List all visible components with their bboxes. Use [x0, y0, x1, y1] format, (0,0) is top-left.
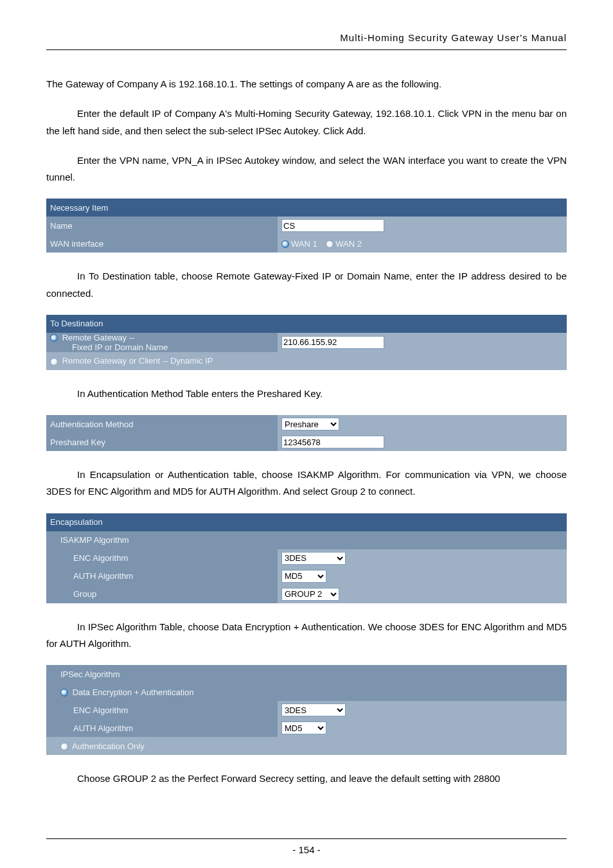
name-label: Name: [46, 217, 278, 235]
name-value-cell: [278, 217, 567, 235]
radio-fixed-ip[interactable]: [50, 334, 58, 342]
paragraph-3: Enter the VPN name, VPN_A in IPSec Autok…: [46, 152, 567, 186]
name-input[interactable]: [281, 219, 384, 232]
paragraph-4: In To Destination table, choose Remote G…: [46, 268, 567, 302]
ipsec-algorithm-table: IPSec Algorithm Data Encryption + Authen…: [46, 665, 567, 755]
ipsec-auth-select[interactable]: MD5: [281, 722, 326, 734]
group-label: Group: [46, 585, 278, 603]
auth-algorithm-cell: MD5: [278, 567, 567, 585]
necessary-item-table: Necessary Item Name WAN interface WAN 1 …: [46, 199, 567, 252]
group-cell: GROUP 2: [278, 585, 567, 603]
table-header: Necessary Item: [46, 199, 567, 217]
auth-method-select[interactable]: Preshare: [281, 418, 339, 430]
preshared-key-label: Preshared Key: [46, 433, 278, 451]
ipsec-enc-cell: 3DES: [278, 701, 567, 719]
paragraph-5: In Authentication Method Table enters th…: [46, 385, 567, 402]
dynamic-ip-text: Remote Gateway or Client -- Dynamic IP: [62, 356, 213, 366]
group-select[interactable]: GROUP 2: [281, 588, 339, 601]
paragraph-7: In IPSec Algorithm Table, choose Data En…: [46, 619, 567, 653]
isakmp-label: ISAKMP Algorithm: [46, 531, 567, 549]
data-enc-auth-text: Data Encryption + Authentication: [73, 687, 194, 697]
remote-gateway-ip-cell: [278, 333, 567, 352]
wan1-label: WAN 1: [291, 239, 317, 249]
ipsec-enc-label: ENC Algorithm: [46, 701, 278, 719]
data-enc-auth-label: Data Encryption + Authentication: [46, 683, 567, 701]
remote-gw-line2: Fixed IP or Domain Name: [50, 342, 168, 352]
preshared-key-input[interactable]: [281, 436, 384, 448]
radio-data-enc-auth[interactable]: [60, 689, 68, 696]
table-header: To Destination: [46, 315, 567, 333]
encapsulation-table: Encapsulation ISAKMP Algorithm ENC Algor…: [46, 513, 567, 603]
paragraph-1: The Gateway of Company A is 192.168.10.1…: [46, 76, 567, 93]
ipsec-auth-label: AUTH Algorithm: [46, 719, 278, 737]
remote-gateway-fixed-label: Remote Gateway -- Fixed IP or Domain Nam…: [46, 333, 278, 352]
ipsec-header: IPSec Algorithm: [46, 665, 567, 683]
remote-gw-line1: Remote Gateway --: [62, 333, 135, 342]
remote-ip-input[interactable]: [281, 336, 384, 349]
ipsec-auth-cell: MD5: [278, 719, 567, 737]
page-footer: - 154 -: [46, 838, 567, 855]
table-header: Encapsulation: [46, 513, 567, 531]
wan-interface-cell: WAN 1 WAN 2: [278, 235, 567, 252]
enc-algorithm-label: ENC Algorithm: [46, 549, 278, 567]
paragraph-8: Choose GROUP 2 as the Perfect Forward Se…: [46, 770, 567, 787]
preshared-key-cell: [278, 433, 567, 451]
auth-method-label: Authentication Method: [46, 415, 278, 433]
to-destination-table: To Destination Remote Gateway -- Fixed I…: [46, 315, 567, 370]
enc-algorithm-select[interactable]: 3DES: [281, 552, 346, 565]
enc-algorithm-cell: 3DES: [278, 549, 567, 567]
auth-only-text: Authentication Only: [72, 741, 145, 751]
auth-method-cell: Preshare: [278, 415, 567, 433]
paragraph-6: In Encapsulation or Authentication table…: [46, 466, 567, 500]
wan2-label: WAN 2: [335, 239, 362, 249]
radio-auth-only[interactable]: [60, 743, 68, 750]
remote-gateway-dynamic-label: Remote Gateway or Client -- Dynamic IP: [46, 352, 567, 370]
ipsec-enc-select[interactable]: 3DES: [281, 704, 346, 716]
auth-method-table: Authentication Method Preshare Preshared…: [46, 415, 567, 451]
auth-algorithm-select[interactable]: MD5: [281, 570, 326, 583]
radio-wan2[interactable]: [326, 240, 333, 248]
page-header: Multi-Homing Security Gateway User's Man…: [46, 32, 567, 50]
wan-interface-label: WAN interface: [46, 235, 278, 252]
radio-wan1[interactable]: [281, 240, 289, 248]
auth-algorithm-label: AUTH Algorithm: [46, 567, 278, 585]
radio-dynamic-ip[interactable]: [50, 358, 58, 366]
paragraph-2: Enter the default IP of Company A's Mult…: [46, 105, 567, 139]
auth-only-label: Authentication Only: [46, 737, 567, 755]
